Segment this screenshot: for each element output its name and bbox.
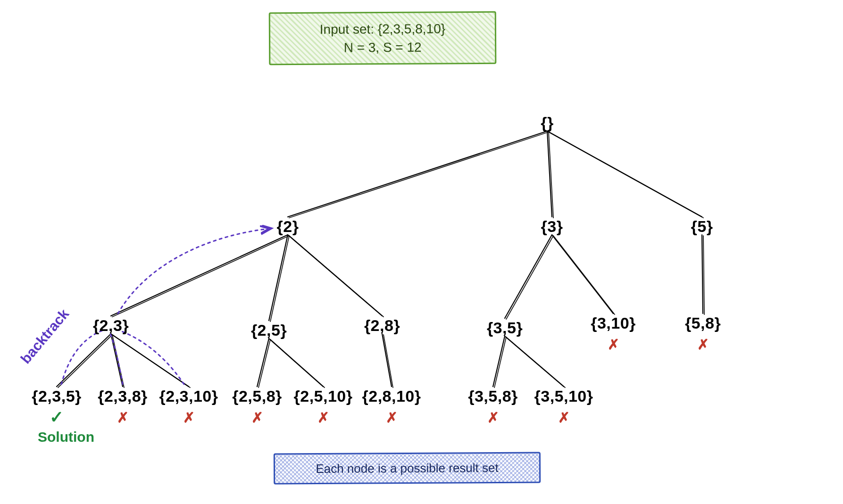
tree-node: {2,5,8}	[232, 387, 282, 405]
tree-node: {2,3}	[93, 316, 129, 335]
tree-node: {2,8}	[364, 316, 400, 335]
tree-node: {3}	[541, 217, 563, 236]
tree-node: {2}	[277, 217, 299, 236]
tree-node: {2,3,8}	[98, 387, 148, 405]
backtrack-label: backtrack	[17, 306, 72, 367]
x-icon: ✗	[117, 409, 129, 426]
tree-node: {3,10}	[591, 314, 636, 332]
solution-label: Solution	[38, 429, 94, 445]
input-line-2: N = 3, S = 12	[284, 38, 482, 57]
tree-node: {5,8}	[685, 314, 721, 332]
tree-node: {3,5,10}	[534, 387, 593, 405]
x-icon: ✗	[183, 409, 195, 426]
tree-node: {5}	[691, 217, 713, 236]
x-icon: ✗	[251, 409, 263, 426]
x-icon: ✗	[487, 409, 499, 426]
edge-layer	[0, 0, 843, 504]
input-line-1: Input set: {2,3,5,8,10}	[284, 19, 482, 39]
tree-node: {2,8,10}	[362, 387, 421, 405]
x-icon: ✗	[317, 409, 329, 426]
diagram-stage: Input set: {2,3,5,8,10} N = 3, S = 12 {}…	[0, 0, 843, 504]
x-icon: ✗	[608, 336, 619, 353]
x-icon: ✗	[558, 409, 570, 426]
tree-node: {2,3,5}	[32, 387, 82, 405]
tree-node: {2,3,10}	[159, 387, 218, 405]
input-box: Input set: {2,3,5,8,10} N = 3, S = 12	[269, 11, 497, 66]
tree-node: {3,5}	[487, 319, 523, 337]
tree-node: {3,5,8}	[468, 387, 518, 405]
footer-box: Each node is a possible result set	[274, 452, 541, 485]
x-icon: ✗	[697, 336, 709, 353]
tree-node: {2,5}	[251, 321, 287, 339]
x-icon: ✗	[386, 409, 398, 426]
tree-node: {2,5,10}	[294, 387, 353, 405]
tree-node: {}	[541, 114, 553, 132]
check-icon: ✓	[50, 407, 64, 427]
